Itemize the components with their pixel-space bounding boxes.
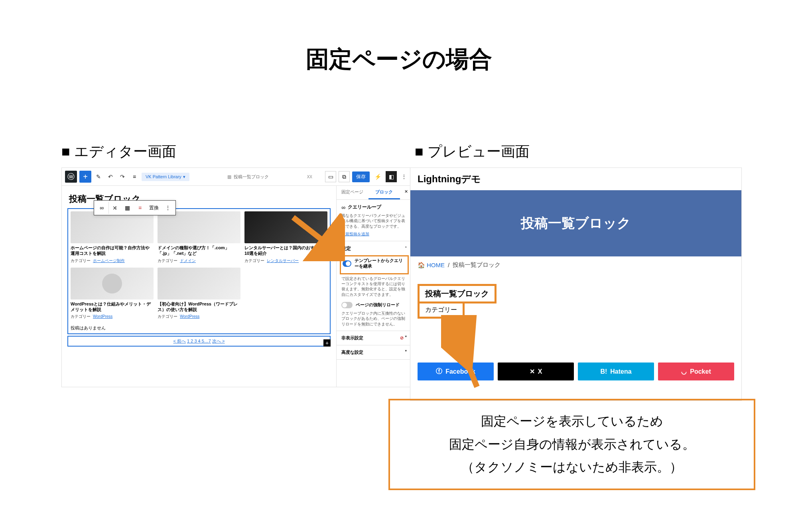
post-card[interactable]: レンタルサーバーとは？国内のおすすめ10選を紹介 カテゴリーレンタルサーバー [244, 211, 327, 264]
editor-topbar: ⓦ + ✎ ↶ ↷ ≡ VK Pattern Library▾ ▥ 投稿一覧ブロ… [62, 168, 412, 186]
shuffle-icon[interactable]: ⤨ [108, 202, 120, 214]
editor-panel: ⓦ + ✎ ↶ ↷ ≡ VK Pattern Library▾ ▥ 投稿一覧ブロ… [61, 167, 412, 387]
list-view-icon[interactable]: ≡ [130, 172, 139, 181]
inherit-query-toggle[interactable] [343, 260, 351, 267]
post-card[interactable]: ホームページの自作は可能？自作方法や運用コストを解説 カテゴリーホームページ制作 [71, 211, 154, 264]
toggle-desc: クエリーブロック内に互換性のないブロックがあるため、ページの強制リロードを無効に… [341, 311, 407, 327]
add-block-button[interactable]: + [79, 171, 91, 183]
edit-icon[interactable]: ✎ [94, 172, 103, 181]
cat-label: カテゴリー [71, 314, 91, 319]
help-icon[interactable]: ⊘ [400, 335, 404, 340]
block-name: クエリーループ [348, 204, 381, 211]
x-icon: ✕ [530, 368, 535, 375]
cat-link[interactable]: WordPress [180, 314, 199, 319]
append-block-button[interactable]: + [323, 339, 331, 347]
facebook-icon: ⓕ [436, 367, 442, 376]
share-hatena-button[interactable]: B!Hatena [578, 363, 654, 380]
doc-title: 投稿一覧ブロック [234, 174, 269, 180]
advanced-settings-title: 高度な設定 [341, 349, 363, 355]
post-thumb [244, 211, 327, 243]
breadcrumb-current: 投稿一覧ブロック [453, 261, 500, 269]
settings-section-title: 設定 [341, 245, 351, 252]
post-thumb [71, 268, 154, 299]
grid-icon[interactable]: ▦ [121, 202, 133, 214]
post-thumb [71, 211, 154, 243]
editor-section-label: ■ エディター画面 [61, 142, 176, 162]
post-title: レンタルサーバーとは？国内のおすすめ10選を紹介 [244, 245, 327, 256]
jetpack-icon[interactable]: ⚡ [372, 171, 383, 182]
wordpress-logo-icon[interactable]: ⓦ [65, 171, 77, 183]
redo-icon[interactable]: ↷ [118, 172, 127, 181]
cat-link[interactable]: ホームページ制作 [93, 258, 125, 263]
content-category: カテゴリー [418, 303, 465, 319]
chevron-down-icon[interactable]: ˅ [405, 335, 407, 340]
settings-toggle-icon[interactable]: ◧ [386, 171, 397, 182]
breadcrumb: 🏠HOME / 投稿一覧ブロック [410, 256, 741, 274]
breadcrumb-chip[interactable]: VK Pattern Library▾ [142, 173, 189, 181]
toggle-label: テンプレートからクエリーを継承 [355, 258, 406, 269]
share-facebook-button[interactable]: ⓕFacebook [418, 363, 494, 380]
tab-page[interactable]: 固定ページ [337, 186, 368, 199]
hero-title: 投稿一覧ブロック [410, 214, 741, 233]
chevron-up-icon[interactable]: ˄ [405, 246, 407, 251]
home-icon: 🏠 [418, 262, 425, 269]
post-card[interactable]: WordPressとは？仕組みやメリット・デメリットを解説 カテゴリーWordP… [71, 268, 154, 320]
share-buttons: ⓕFacebook ✕X B!Hatena ◡Pocket [418, 363, 734, 388]
cat-link[interactable]: ドメイン [180, 258, 196, 263]
align-icon[interactable]: ≡ [134, 202, 146, 214]
pager-next[interactable]: 次へ > [212, 339, 225, 343]
more-menu-icon[interactable]: ⋮ [399, 172, 409, 181]
add-new-post-link[interactable]: 新規投稿を追加 [341, 231, 369, 237]
preview-section-label: ■ プレビュー画面 [415, 142, 530, 162]
pagination-block[interactable]: < 前へ 1 2 3 4 5…7 次へ > + [67, 336, 331, 347]
force-reload-toggle[interactable] [341, 302, 353, 308]
settings-sidebar: 固定ページ ブロック ✕ ∞ クエリーループ 異なるクエリーパラメータやビジュア… [336, 186, 412, 387]
explain-line: （タクソノミーはないため非表示。） [406, 456, 738, 479]
external-view-icon[interactable]: ⧉ [339, 171, 350, 182]
cat-label: カテゴリー [244, 258, 264, 263]
block-desc: 異なるクエリーパラメータやビジュアル構成に基づいて投稿タイプを表示できる、高度な… [341, 213, 407, 229]
desktop-view-icon[interactable]: ▭ [325, 171, 336, 182]
hide-settings-title: 非表示設定 [341, 335, 363, 341]
explain-line: 固定ページ自身の情報が表示されている。 [406, 433, 738, 456]
block-toolbar: ∞ ⤨ ▦ ≡ 置換 ⋮ [94, 200, 176, 215]
post-title: WordPressとは？仕組みやメリット・デメリットを解説 [71, 301, 154, 313]
query-loop-block[interactable]: ホームページの自作は可能？自作方法や運用コストを解説 カテゴリーホームページ制作… [67, 208, 331, 334]
pager-prev[interactable]: < 前へ [173, 339, 185, 343]
chevron-down-icon[interactable]: ˅ [405, 350, 407, 355]
loop-icon[interactable]: ∞ [96, 202, 108, 214]
cat-label: カテゴリー [71, 258, 91, 263]
block-more-icon[interactable]: ⋮ [162, 202, 174, 214]
cat-label: カテゴリー [158, 258, 177, 263]
content-title: 投稿一覧ブロック [418, 284, 497, 303]
cat-label: カテゴリー [158, 314, 177, 319]
tab-block[interactable]: ブロック [368, 186, 400, 199]
post-title: ドメインの種類や選び方！「.com」「.jp」「.net」など [158, 245, 240, 256]
post-card[interactable]: 【初心者向け】WordPress（ワードプレス）の使い方を解説 カテゴリーWor… [158, 268, 240, 320]
post-thumb [158, 211, 240, 243]
cat-link[interactable]: レンタルサーバー [267, 258, 299, 263]
site-title[interactable]: Lightningデモ [410, 168, 741, 190]
pocket-icon: ◡ [681, 368, 687, 375]
share-pocket-button[interactable]: ◡Pocket [658, 363, 734, 380]
explanation-box: 固定ページを表示しているため 固定ページ自身の情報が表示されている。 （タクソノ… [388, 399, 755, 490]
post-title: ホームページの自作は可能？自作方法や運用コストを解説 [71, 245, 154, 256]
post-thumb [158, 268, 240, 299]
dimensions-badge: XX [307, 175, 312, 179]
breadcrumb-home[interactable]: 🏠HOME [418, 262, 445, 269]
preview-panel: Lightningデモ 投稿一覧ブロック 🏠HOME / 投稿一覧ブロック 投稿… [410, 167, 742, 401]
editor-canvas: 投稿一覧ブロック ∞ ⤨ ▦ ≡ 置換 ⋮ ホームページの自作は可能？自作方法や… [62, 186, 336, 387]
post-title: 【初心者向け】WordPress（ワードプレス）の使い方を解説 [158, 301, 240, 313]
cat-link[interactable]: WordPress [93, 314, 112, 319]
doc-icon: ▥ [227, 174, 231, 179]
pager-pages[interactable]: 1 2 3 4 5…7 [187, 339, 211, 343]
post-card[interactable]: ドメインの種類や選び方！「.com」「.jp」「.net」など カテゴリードメイ… [158, 211, 240, 264]
share-x-button[interactable]: ✕X [498, 363, 574, 380]
hatena-icon: B! [600, 368, 607, 375]
page-hero: 投稿一覧ブロック [410, 190, 741, 256]
save-button[interactable]: 保存 [352, 171, 370, 182]
undo-icon[interactable]: ↶ [106, 172, 115, 181]
replace-button[interactable]: 置換 [147, 205, 161, 211]
explain-line: 固定ページを表示しているため [406, 410, 738, 433]
highlighted-content: 投稿一覧ブロック カテゴリー [418, 284, 497, 319]
